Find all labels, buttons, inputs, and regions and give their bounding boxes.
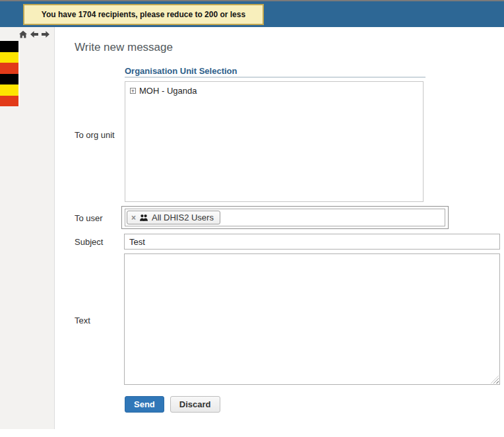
message-app-window: You have 1704 recipients, please reduce … xyxy=(0,0,504,437)
to-user-field-container: × All DHIS2 Users xyxy=(121,206,449,229)
discard-button[interactable]: Discard xyxy=(170,396,220,413)
flag-stripe xyxy=(0,52,18,63)
forward-arrow-icon[interactable] xyxy=(42,30,49,38)
uganda-flag xyxy=(0,41,20,106)
subject-label: Subject xyxy=(75,237,103,247)
tree-item-moh-uganda[interactable]: + MOH - Uganda xyxy=(130,86,418,96)
home-icon[interactable] xyxy=(19,30,27,38)
flag-stripe xyxy=(0,41,18,52)
top-header-bar: You have 1704 recipients, please reduce … xyxy=(0,0,504,27)
message-text-container xyxy=(124,253,500,385)
panel-divider xyxy=(125,77,425,78)
flag-stripe xyxy=(0,74,18,85)
remove-token-icon[interactable]: × xyxy=(131,214,136,222)
subject-input[interactable] xyxy=(124,234,500,250)
flag-stripe xyxy=(0,84,18,96)
recipients-warning-banner: You have 1704 recipients, please reduce … xyxy=(23,4,264,25)
sidebar xyxy=(0,27,55,429)
tree-expand-icon[interactable]: + xyxy=(130,88,136,94)
page-title: Write new message xyxy=(75,41,173,54)
to-org-unit-label: To org unit xyxy=(75,130,115,140)
send-button[interactable]: Send xyxy=(125,396,164,413)
to-user-input[interactable]: × All DHIS2 Users xyxy=(125,209,445,226)
recipient-token-label: All DHIS2 Users xyxy=(152,213,214,222)
to-user-label: To user xyxy=(75,213,103,223)
flag-stripe xyxy=(0,96,18,107)
main-content: Write new message Organisation Unit Sele… xyxy=(55,27,504,437)
back-arrow-icon[interactable] xyxy=(30,30,38,38)
flag-stripe xyxy=(0,63,18,74)
button-row: Send Discard xyxy=(125,396,220,413)
warning-message: You have 1704 recipients, please reduce … xyxy=(42,10,245,19)
text-label: Text xyxy=(75,316,90,325)
org-unit-tree[interactable]: + MOH - Uganda xyxy=(125,81,424,202)
nav-icons xyxy=(19,30,49,38)
users-icon xyxy=(139,214,148,222)
org-unit-panel-title: Organisation Unit Selection xyxy=(125,66,237,76)
message-text-area[interactable] xyxy=(125,254,499,384)
recipient-token: × All DHIS2 Users xyxy=(127,211,220,224)
tree-item-label[interactable]: MOH - Uganda xyxy=(139,86,197,96)
